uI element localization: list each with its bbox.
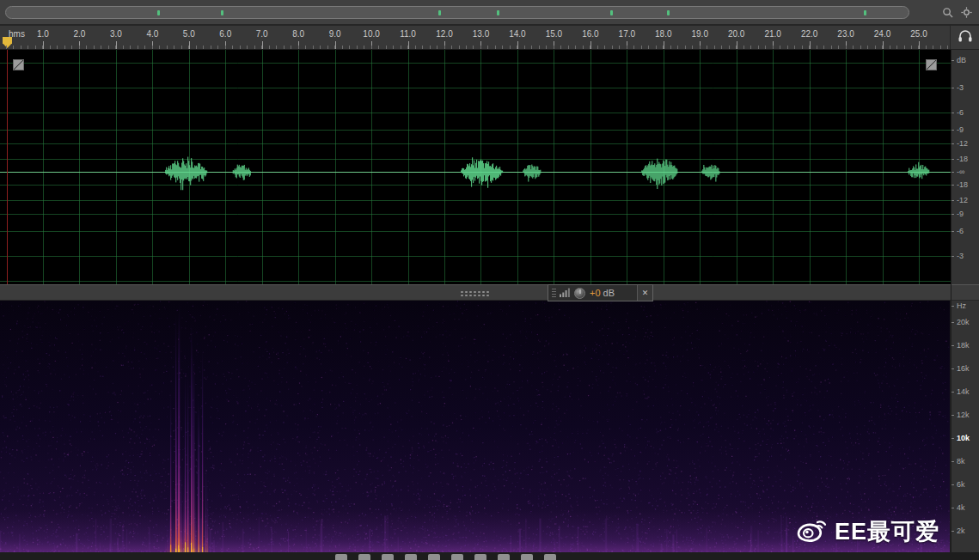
hz-scale-tick [951,306,954,307]
magnifier-icon[interactable] [942,6,953,21]
db-scale-tick [951,113,954,113]
db-scale-tick [951,159,954,160]
toolbar-button-partial[interactable] [451,554,463,560]
overview-wave-mark [438,10,441,15]
db-scale-tick [951,88,954,88]
hz-scale-tick [951,438,954,439]
timeline-tick [298,41,299,49]
timeline-tick [627,41,627,49]
waveform-panel[interactable] [0,50,951,284]
timeline-tick [408,41,409,49]
db-scale-label: -6 [957,108,964,117]
hz-scale-label: 6k [957,480,965,489]
watermark-text: EE最可爱 [835,516,939,547]
timeline-tick-label: 11.0 [400,29,416,39]
hz-scale-tick [951,368,954,369]
hz-scale-label: 14k [957,387,970,396]
hz-scale-tick [951,322,954,323]
timeline-tick-label: 22.0 [801,29,817,39]
gain-hud[interactable]: +0 dB ✕ [548,284,653,301]
db-scale-tick [951,256,954,257]
toolbar-button-partial[interactable] [335,554,347,560]
waveform-canvas[interactable] [0,50,951,284]
gain-value[interactable]: +0 [590,288,601,298]
timeline-tick [773,41,774,49]
hz-scale-tick [951,392,954,393]
hz-scale-label: 4k [957,503,965,512]
gain-knob[interactable] [574,288,585,299]
toolbar-button-partial[interactable] [521,554,533,560]
timeline-tick-label: 13.0 [473,29,489,39]
toolbar-button-partial[interactable] [405,554,417,560]
hud-drag-handle[interactable] [552,289,556,298]
db-scale-label: -3 [957,83,964,92]
overview-navigator [0,0,979,26]
hz-scale-tick [951,345,954,346]
timeline-tick-label: 10.0 [363,29,379,39]
db-scale-tick [951,172,954,173]
timeline-tick [189,41,190,49]
timeline-tick-label: 8.0 [292,29,304,39]
timeline-tick [262,41,263,49]
amplitude-handle-right[interactable] [926,59,937,70]
db-scale-tick [951,214,954,215]
panel-divider-handle[interactable] [460,290,491,296]
close-icon[interactable]: ✕ [637,285,652,301]
weibo-icon [796,517,827,546]
timeline-tick-label: 15.0 [546,29,562,39]
toolbar-button-partial[interactable] [474,554,486,560]
timeline-tick-label: 3.0 [110,29,122,39]
overview-wave-mark [667,10,670,15]
value-scales: dB-3-6-9-12-18-∞-18-12-9-6-3 Hz20k18k16k… [951,50,979,552]
playhead[interactable] [7,50,8,284]
hz-scale-label: 8k [957,457,965,466]
timeline-tick [810,41,811,49]
db-scale-tick [951,60,954,61]
options-icon[interactable] [961,6,972,21]
timeline-tick-label: 6.0 [219,29,231,39]
scale-divider [951,284,979,301]
db-scale: dB-3-6-9-12-18-∞-18-12-9-6-3 [951,50,979,284]
toolbar-button-partial[interactable] [358,554,370,560]
timeline-tick-label: 4.0 [146,29,158,39]
timeline-tick-label: 24.0 [874,29,890,39]
timeline-tick [480,41,481,49]
toolbar-button-partial[interactable] [382,554,394,560]
timeline-tick-label: 25.0 [910,29,927,39]
monitor-button[interactable] [951,26,979,49]
timeline-tick [152,41,153,49]
overview-scrollbar[interactable] [5,6,909,19]
hz-scale-label: 20k [957,318,970,326]
toolbar-button-partial[interactable] [428,554,440,560]
editor-content: EE最可爱 +0 dB ✕ [0,50,951,552]
timeline-tick-label: 2.0 [73,29,85,39]
timeline-tick-label: 12.0 [436,29,452,39]
db-scale-label: dB [957,56,966,64]
playhead-marker[interactable] [3,37,12,48]
timeline-tick [883,41,884,49]
gain-unit: dB [603,288,615,298]
timeline-tick [590,41,591,49]
timeline-tick [700,41,701,49]
hz-scale-label: Hz [957,301,966,310]
timeline-tick [444,41,445,49]
db-scale-label: -6 [957,227,964,235]
db-scale-label: -12 [957,139,968,148]
timeline-ruler[interactable]: hms 1.02.03.04.05.06.07.08.09.010.011.01… [0,26,951,49]
hz-scale-label: 18k [957,341,970,350]
timeline-tick-label: 14.0 [509,29,525,39]
db-scale-tick [951,130,954,131]
timeline-tick-label: 18.0 [655,29,671,39]
panel-divider[interactable] [0,284,951,301]
signal-meter-icon [560,285,570,301]
hz-scale-label: 10k [957,434,970,442]
toolbar-button-partial[interactable] [544,554,556,560]
timeline-tick [335,41,336,49]
db-scale-tick [951,143,954,144]
timeline-tick-label: 21.0 [764,29,780,39]
spectrogram-panel[interactable]: EE最可爱 [0,301,951,552]
spectrogram-canvas[interactable] [0,301,951,552]
toolbar-button-partial[interactable] [498,554,510,560]
hz-scale-tick [951,531,954,532]
amplitude-handle-left[interactable] [13,59,24,70]
